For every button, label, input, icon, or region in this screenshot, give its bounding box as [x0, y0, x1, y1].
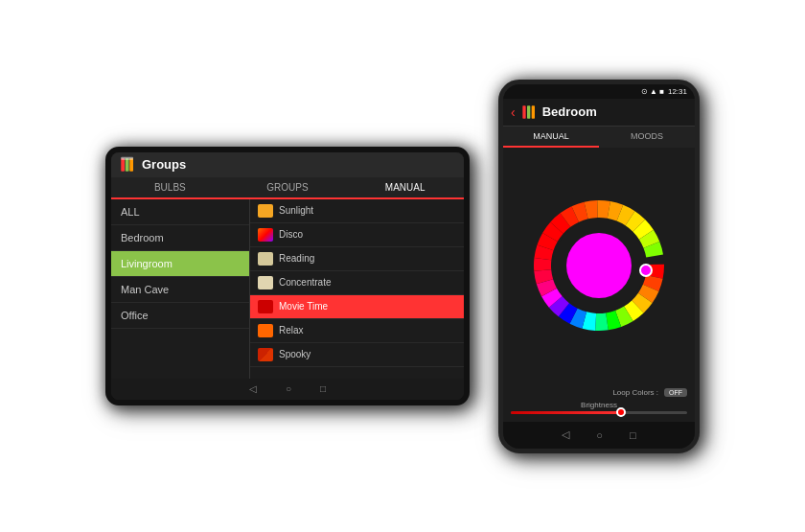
svg-point-40	[640, 265, 652, 276]
svg-rect-4	[522, 105, 525, 118]
phone-title: Bedroom	[542, 104, 597, 119]
phone-tabs: MANUAL MOODS	[503, 127, 695, 148]
bag-icon	[119, 156, 136, 173]
svg-rect-1	[126, 158, 129, 172]
mood-reading[interactable]: Reading	[250, 247, 464, 271]
tab-bulbs[interactable]: BULBS	[111, 177, 229, 199]
relax-color	[258, 324, 273, 337]
phone-tab-moods[interactable]: MOODS	[599, 127, 695, 148]
loop-colors-row: Loop Colors : OFF	[511, 388, 687, 397]
movie-time-color	[258, 300, 273, 313]
reading-color	[258, 252, 273, 266]
app-icon-phone	[521, 104, 537, 120]
svg-rect-5	[527, 105, 530, 118]
mood-relax[interactable]: Relax	[250, 319, 464, 343]
mood-sunlight[interactable]: Sunlight	[250, 199, 464, 223]
svg-rect-0	[121, 158, 125, 172]
back-button-tablet[interactable]: ◁	[249, 383, 257, 394]
recents-button-tablet[interactable]: □	[320, 383, 326, 394]
svg-point-39	[566, 233, 632, 298]
left-list: ALL Bedroom Livingroom Man Cave Office	[111, 199, 250, 379]
list-item-office[interactable]: Office	[111, 303, 249, 329]
brightness-slider[interactable]	[511, 411, 687, 414]
clock: 12:31	[668, 87, 687, 96]
phone-tab-manual[interactable]: MANUAL	[503, 127, 599, 148]
right-list: Sunlight Disco Reading Concentrate	[250, 199, 464, 379]
phone-header: ‹ Bedroom	[503, 99, 695, 127]
mood-movie-time[interactable]: Movie Time	[250, 295, 464, 319]
status-icons: ⊙ ▲ ■	[641, 87, 664, 96]
phone: ⊙ ▲ ■ 12:31 ‹ Bedroom MANUAL MOODS	[498, 80, 700, 453]
loop-colors-label: Loop Colors :	[612, 388, 658, 397]
color-wheel-wrapper[interactable]	[532, 198, 666, 333]
svg-rect-2	[129, 158, 133, 172]
list-item-all[interactable]: ALL	[111, 199, 249, 225]
brightness-label: Brightness	[511, 401, 687, 409]
disco-color	[258, 228, 273, 242]
tablet: Groups BULBS GROUPS MANUAL ALL Bedroom L…	[105, 147, 470, 405]
tablet-header: Groups	[111, 152, 464, 177]
scene: Groups BULBS GROUPS MANUAL ALL Bedroom L…	[0, 0, 805, 532]
back-button-phone[interactable]: ◁	[562, 428, 569, 441]
phone-nav: ◁ ○ □	[503, 422, 695, 449]
list-item-bedroom[interactable]: Bedroom	[111, 225, 249, 251]
mood-disco[interactable]: Disco	[250, 223, 464, 247]
list-item-livingroom[interactable]: Livingroom	[111, 251, 249, 277]
mood-spooky[interactable]: Spooky	[250, 343, 464, 367]
concentrate-color	[258, 276, 273, 289]
loop-colors-toggle[interactable]: OFF	[664, 388, 687, 397]
tablet-nav: ◁ ○ □	[111, 379, 464, 400]
sunlight-color	[258, 204, 273, 218]
spooky-color	[258, 348, 273, 361]
color-wheel-container[interactable]	[503, 148, 695, 384]
tab-manual[interactable]: MANUAL	[346, 177, 464, 199]
svg-rect-3	[121, 156, 133, 159]
recents-button-phone[interactable]: □	[630, 429, 636, 441]
home-button-tablet[interactable]: ○	[286, 383, 291, 394]
status-bar: ⊙ ▲ ■ 12:31	[503, 84, 695, 99]
back-arrow-icon[interactable]: ‹	[511, 104, 516, 120]
phone-screen: ⊙ ▲ ■ 12:31 ‹ Bedroom MANUAL MOODS	[503, 84, 695, 449]
phone-controls: Loop Colors : OFF Brightness	[503, 384, 695, 422]
tablet-content: ALL Bedroom Livingroom Man Cave Office S…	[111, 199, 464, 379]
tablet-screen: Groups BULBS GROUPS MANUAL ALL Bedroom L…	[111, 152, 464, 400]
svg-rect-6	[531, 105, 534, 118]
list-item-mancave[interactable]: Man Cave	[111, 277, 249, 303]
brightness-thumb[interactable]	[616, 407, 626, 417]
mood-concentrate[interactable]: Concentrate	[250, 271, 464, 295]
color-wheel-svg	[532, 198, 666, 333]
tablet-app-title: Groups	[142, 157, 186, 172]
tablet-tabs: BULBS GROUPS MANUAL	[111, 177, 464, 199]
home-button-phone[interactable]: ○	[596, 429, 603, 441]
tab-groups[interactable]: GROUPS	[229, 177, 347, 199]
